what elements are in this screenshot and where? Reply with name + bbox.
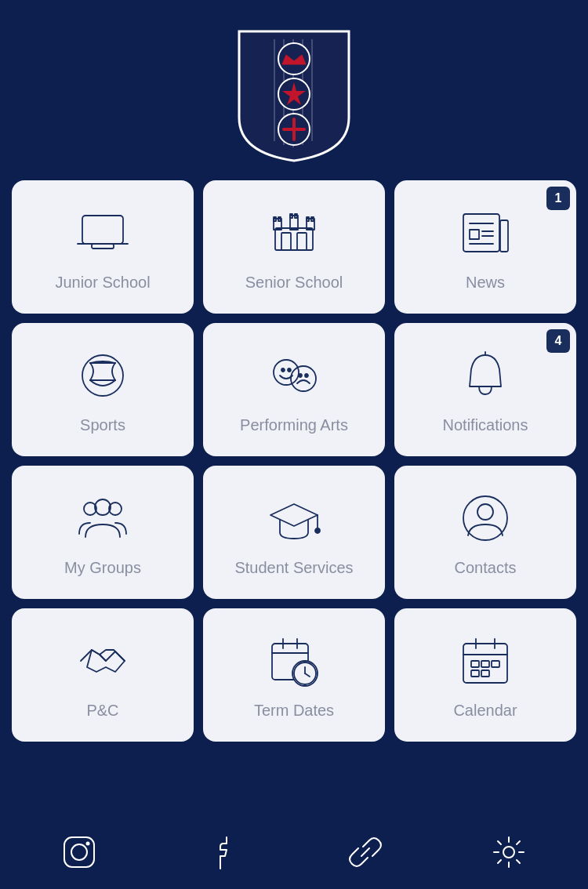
svg-rect-68 (64, 837, 94, 867)
svg-point-45 (95, 499, 111, 515)
svg-point-48 (315, 528, 320, 533)
svg-rect-29 (470, 230, 479, 239)
svg-rect-16 (297, 233, 307, 250)
tile-pc[interactable]: P&C (12, 608, 194, 742)
instagram-icon (61, 834, 97, 870)
tile-senior-school-label: Senior School (245, 272, 343, 292)
svg-point-37 (281, 368, 285, 372)
theater-icon (266, 347, 322, 404)
svg-point-36 (274, 360, 299, 385)
calendar-clock-icon (266, 633, 322, 689)
tile-calendar[interactable]: Calendar (394, 608, 576, 742)
facebook-button[interactable] (205, 834, 241, 873)
svg-rect-67 (481, 670, 489, 677)
bottom-nav (0, 818, 588, 889)
svg-rect-15 (281, 233, 291, 250)
ball-icon (74, 347, 131, 404)
svg-point-50 (477, 504, 493, 520)
facebook-icon (205, 834, 241, 870)
link-icon (347, 834, 383, 870)
svg-rect-65 (492, 661, 499, 667)
tiles-grid: Junior School Senior School 1 (12, 172, 576, 742)
svg-point-69 (71, 844, 87, 860)
tile-performing-arts[interactable]: Performing Arts (203, 323, 385, 456)
svg-point-49 (463, 496, 507, 540)
contact-icon (457, 490, 514, 546)
svg-point-71 (503, 847, 514, 858)
tile-term-dates-label: Term Dates (254, 700, 334, 720)
tile-news-label: News (466, 272, 505, 292)
svg-rect-66 (471, 670, 479, 677)
group-icon (74, 490, 131, 546)
tile-contacts-label: Contacts (455, 557, 517, 578)
tile-sports-label: Sports (80, 415, 125, 435)
handshake-icon (74, 633, 131, 689)
instagram-button[interactable] (61, 834, 97, 873)
newspaper-icon (457, 205, 514, 261)
calendar-icon (457, 633, 514, 689)
tile-my-groups-label: My Groups (64, 557, 141, 578)
tile-pc-label: P&C (86, 700, 118, 720)
header (0, 0, 588, 172)
svg-point-5 (278, 43, 310, 74)
svg-rect-63 (471, 661, 479, 667)
svg-point-39 (291, 366, 316, 391)
svg-rect-26 (463, 214, 499, 252)
bell-icon (457, 347, 514, 404)
settings-icon (491, 834, 527, 870)
svg-rect-27 (500, 220, 508, 252)
svg-rect-13 (92, 244, 114, 249)
settings-button[interactable] (491, 834, 527, 873)
svg-point-70 (86, 842, 90, 846)
tile-my-groups[interactable]: My Groups (12, 466, 194, 599)
laptop-icon (74, 205, 131, 261)
tile-term-dates[interactable]: Term Dates (203, 608, 385, 742)
school-logo (231, 24, 357, 165)
tile-senior-school[interactable]: Senior School (203, 180, 385, 314)
graduation-icon (266, 490, 322, 546)
svg-marker-46 (270, 504, 318, 526)
castle-icon (266, 205, 322, 261)
tile-calendar-label: Calendar (453, 700, 517, 720)
svg-point-41 (305, 374, 308, 377)
tile-notifications-label: Notifications (443, 415, 528, 435)
tile-junior-school-label: Junior School (55, 272, 150, 292)
tile-news[interactable]: 1 News (394, 180, 576, 314)
tile-contacts[interactable]: Contacts (394, 466, 576, 599)
svg-point-40 (299, 374, 302, 377)
tile-performing-arts-label: Performing Arts (240, 415, 348, 435)
tile-student-services-label: Student Services (234, 557, 353, 578)
news-badge: 1 (546, 187, 570, 210)
tile-sports[interactable]: Sports (12, 323, 194, 456)
notifications-badge: 4 (546, 329, 570, 353)
link-button[interactable] (347, 834, 383, 873)
svg-point-38 (288, 368, 291, 372)
svg-rect-64 (481, 661, 489, 667)
tile-junior-school[interactable]: Junior School (12, 180, 194, 314)
tile-notifications[interactable]: 4 Notifications (394, 323, 576, 456)
tile-student-services[interactable]: Student Services (203, 466, 385, 599)
svg-rect-11 (82, 216, 123, 244)
